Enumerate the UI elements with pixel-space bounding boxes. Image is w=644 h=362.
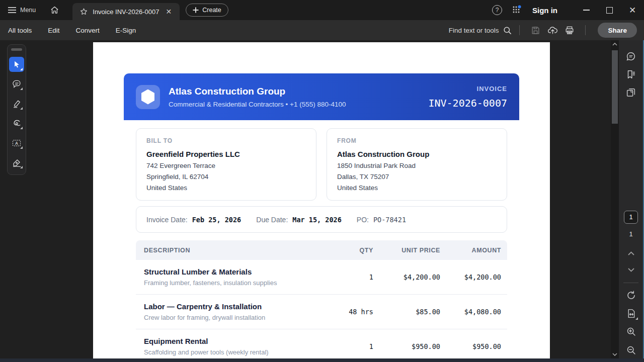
scroll-up-icon[interactable] bbox=[611, 40, 619, 48]
upload-cloud-icon bbox=[547, 25, 558, 35]
table-row: Structural Lumber & Materials Framing lu… bbox=[136, 260, 507, 295]
quick-tools-panel: A bbox=[7, 44, 26, 175]
plus-icon bbox=[193, 7, 199, 13]
window-close-button[interactable]: ✕ bbox=[621, 0, 644, 20]
item-qty: 1 bbox=[323, 273, 373, 281]
table-header-row: DESCRIPTION QTY UNIT PRICE AMOUNT bbox=[136, 240, 507, 260]
col-header-amount: AMOUNT bbox=[440, 247, 507, 254]
toolbar-divider bbox=[519, 25, 520, 35]
fit-page-button[interactable] bbox=[622, 305, 640, 322]
document-viewport[interactable]: A Atlas Construction Group Commercial & … bbox=[0, 40, 611, 362]
item-amount: $950.00 bbox=[440, 342, 507, 350]
zoom-in-button[interactable] bbox=[622, 323, 640, 340]
svg-text:A: A bbox=[15, 140, 18, 145]
previous-page-button[interactable] bbox=[622, 245, 640, 261]
menu-edit[interactable]: Edit bbox=[48, 27, 59, 34]
menu-all-tools[interactable]: All tools bbox=[8, 27, 32, 34]
share-button[interactable]: Share bbox=[598, 23, 637, 38]
toolbar-right: Find text or tools Share bbox=[449, 23, 644, 38]
create-button[interactable]: Create bbox=[186, 4, 228, 17]
search-icon bbox=[503, 26, 512, 35]
table-row: Equipment Rental Scaffolding and power t… bbox=[136, 329, 507, 358]
col-header-description: DESCRIPTION bbox=[136, 247, 323, 254]
window-maximize-button[interactable] bbox=[598, 0, 621, 20]
company-tagline: Commercial & Residential Contractors • +… bbox=[169, 101, 346, 108]
title-bar: Menu Invoice INV-2026-0007 ✕ Create ? bbox=[0, 0, 644, 20]
app-toolbar: All tools Edit Convert E-Sign Find text … bbox=[0, 20, 644, 40]
menu-button[interactable]: Menu bbox=[0, 0, 43, 20]
draw-tool-button[interactable] bbox=[9, 116, 24, 131]
from-name: Atlas Construction Group bbox=[337, 150, 497, 158]
bookmarks-panel-button[interactable] bbox=[622, 66, 640, 82]
item-title: Equipment Rental bbox=[144, 337, 323, 345]
comment-tool-button[interactable] bbox=[9, 76, 24, 92]
menu-convert[interactable]: Convert bbox=[76, 27, 100, 34]
invoice-label: INVOICE bbox=[428, 85, 507, 93]
from-address-line: 1850 Industrial Park Road bbox=[337, 162, 497, 169]
from-address-line: Dallas, TX 75207 bbox=[337, 173, 497, 180]
tools-drag-handle[interactable] bbox=[11, 48, 22, 51]
tab-close-icon[interactable]: ✕ bbox=[164, 7, 174, 16]
print-button[interactable] bbox=[561, 23, 578, 38]
invoice-date-value: Feb 25, 2026 bbox=[192, 216, 242, 224]
invoice-number: INV-2026-0007 bbox=[428, 97, 507, 109]
item-title: Structural Lumber & Materials bbox=[144, 267, 323, 276]
item-description: Crew labor for framing, drywall installa… bbox=[144, 314, 323, 321]
print-icon bbox=[565, 26, 575, 35]
bill-to-name: Greenfield Properties LLC bbox=[146, 150, 306, 158]
invoice-header-banner: Atlas Construction Group Commercial & Re… bbox=[124, 73, 519, 120]
find-text-button[interactable]: Find text or tools bbox=[449, 26, 513, 35]
item-qty: 48 hrs bbox=[323, 308, 373, 316]
po-value: PO-78421 bbox=[373, 216, 406, 224]
sign-in-button[interactable]: Sign in bbox=[532, 6, 557, 15]
select-tool-button[interactable] bbox=[9, 57, 24, 72]
home-button[interactable] bbox=[43, 0, 66, 20]
find-label: Find text or tools bbox=[449, 27, 499, 34]
page-thumbnails-button[interactable] bbox=[622, 84, 640, 101]
save-button[interactable] bbox=[527, 23, 544, 38]
company-logo bbox=[136, 85, 160, 109]
select-text-tool-button[interactable]: A bbox=[9, 135, 24, 150]
create-label: Create bbox=[202, 7, 221, 14]
bill-to-address-line: Springfield, IL 62704 bbox=[146, 173, 306, 180]
home-icon bbox=[50, 6, 59, 15]
item-unit-price: $85.00 bbox=[373, 308, 440, 316]
total-pages-label: 1 bbox=[629, 230, 632, 238]
item-qty: 1 bbox=[323, 342, 373, 350]
app-grid-icon[interactable] bbox=[512, 5, 522, 15]
rotate-page-button[interactable] bbox=[622, 287, 640, 304]
col-header-qty: QTY bbox=[323, 247, 373, 254]
help-icon[interactable]: ? bbox=[492, 5, 502, 15]
pdf-page[interactable]: Atlas Construction Group Commercial & Re… bbox=[93, 42, 550, 358]
save-icon bbox=[531, 26, 540, 35]
col-header-unit-price: UNIT PRICE bbox=[373, 247, 440, 254]
upload-cloud-button[interactable] bbox=[544, 23, 561, 38]
from-address-line: United States bbox=[337, 184, 497, 192]
item-unit-price: $950.00 bbox=[373, 342, 440, 350]
invoice-meta-row: Invoice Date: Feb 25, 2026 Due Date: Mar… bbox=[136, 206, 507, 233]
due-date-label: Due Date: bbox=[256, 216, 288, 224]
highlight-tool-button[interactable] bbox=[9, 96, 24, 111]
zoom-out-button[interactable] bbox=[622, 341, 640, 358]
from-card: FROM Atlas Construction Group 1850 Indus… bbox=[327, 128, 507, 201]
current-page-input[interactable]: 1 bbox=[624, 211, 638, 224]
bill-to-label: BILL TO bbox=[146, 137, 306, 144]
bill-to-address-line: United States bbox=[146, 184, 306, 192]
scrollbar-thumb[interactable] bbox=[612, 50, 618, 124]
due-date-value: Mar 15, 2026 bbox=[292, 216, 342, 224]
scroll-down-icon[interactable] bbox=[611, 350, 619, 358]
table-row: Labor — Carpentry & Installation Crew la… bbox=[136, 295, 507, 329]
vertical-scrollbar[interactable] bbox=[611, 40, 619, 358]
window-minimize-button[interactable] bbox=[575, 0, 598, 20]
star-icon[interactable] bbox=[79, 8, 88, 16]
fill-sign-tool-button[interactable] bbox=[9, 155, 24, 170]
comments-panel-button[interactable] bbox=[622, 48, 640, 64]
next-page-button[interactable] bbox=[622, 261, 640, 278]
title-bar-right: ? Sign in ✕ bbox=[492, 0, 644, 20]
item-description: Framing lumber, fasteners, insulation su… bbox=[144, 279, 323, 287]
tab-title: Invoice INV-2026-0007 bbox=[93, 8, 159, 16]
menu-esign[interactable]: E-Sign bbox=[116, 27, 136, 34]
document-tab[interactable]: Invoice INV-2026-0007 ✕ bbox=[72, 3, 180, 20]
hamburger-icon bbox=[8, 7, 16, 14]
bill-to-card: BILL TO Greenfield Properties LLC 742 Ev… bbox=[136, 128, 316, 201]
